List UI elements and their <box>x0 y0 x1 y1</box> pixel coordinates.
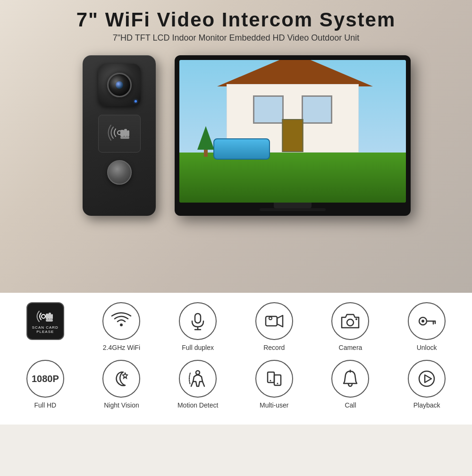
video-camera-icon <box>264 311 285 332</box>
multi-user-label: Multi-user <box>260 401 288 409</box>
1080p-text: 1080P <box>32 374 59 384</box>
moon-star-icon <box>111 368 132 389</box>
svg-rect-4 <box>120 136 129 139</box>
multi-user-icon <box>264 368 285 389</box>
svg-point-5 <box>42 314 45 318</box>
feature-multi-user: Multi-user <box>244 360 305 409</box>
full-hd-label: Full HD <box>34 401 56 409</box>
product-image-section: 7" WiFi Video Intercom System 7"HD TFT L… <box>0 0 472 293</box>
play-icon <box>416 368 437 389</box>
svg-point-18 <box>355 318 357 320</box>
led-indicator <box>135 100 137 102</box>
night-vision-label: Night Vision <box>104 401 139 409</box>
house-scene <box>179 60 406 203</box>
svg-point-10 <box>120 323 123 326</box>
motion-detect-label: Motion Detect <box>177 401 218 409</box>
wifi-icon-circle <box>102 302 140 340</box>
scan-card-text: SCAN CARD PLEASE <box>27 325 63 334</box>
record-label: Record <box>263 344 285 351</box>
features-row-2: 1080P Full HD Night Vision <box>7 360 465 409</box>
svg-marker-15 <box>277 315 283 327</box>
svg-line-26 <box>202 382 204 386</box>
feature-wifi: 2.4GHz WiFi <box>91 302 152 351</box>
feature-night-vision: Night Vision <box>91 360 152 409</box>
svg-marker-33 <box>425 375 431 382</box>
camera-label: Camera <box>339 344 362 351</box>
microphone-icon <box>187 311 208 332</box>
svg-line-25 <box>191 382 193 386</box>
svg-rect-11 <box>195 314 201 323</box>
scan-card-icon-box: SCAN CARD PLEASE <box>26 302 64 340</box>
hd-icon-circle: 1080P <box>26 360 64 398</box>
features-row-1: SCAN CARD PLEASE 2.4GHz WiFi <box>7 302 465 351</box>
svg-rect-3 <box>127 130 129 136</box>
feature-playback: Playback <box>396 360 457 409</box>
svg-rect-9 <box>46 319 53 322</box>
multi-user-icon-circle <box>255 360 293 398</box>
call-label: Call <box>345 401 356 409</box>
indoor-monitor <box>175 55 411 216</box>
feature-full-hd: 1080P Full HD <box>15 360 76 409</box>
svg-point-20 <box>421 320 424 323</box>
camera-housing <box>98 64 141 106</box>
feature-scan-card: SCAN CARD PLEASE <box>15 302 76 344</box>
svg-rect-2 <box>124 129 127 136</box>
motion-detect-icon-circle <box>179 360 217 398</box>
camera-lens <box>107 73 132 97</box>
feature-call: Call <box>320 360 381 409</box>
features-section: SCAN CARD PLEASE 2.4GHz WiFi <box>0 293 472 425</box>
outdoor-unit <box>83 55 156 216</box>
feature-camera: Camera <box>320 302 381 351</box>
card-reader-icon <box>106 122 132 145</box>
camera-icon <box>340 311 361 332</box>
wifi-icon <box>111 311 132 332</box>
monitor-screen <box>179 60 406 203</box>
key-icon <box>416 311 437 332</box>
wifi-label: 2.4GHz WiFi <box>103 344 140 351</box>
feature-motion-detect: Motion Detect <box>167 360 228 409</box>
svg-rect-6 <box>46 314 49 319</box>
feature-record: Record <box>244 302 305 351</box>
camera-icon-circle <box>331 302 369 340</box>
feature-unlock: Unlock <box>396 302 457 351</box>
title-area: 7" WiFi Video Intercom System 7"HD TFT L… <box>67 0 405 46</box>
svg-rect-7 <box>49 313 51 319</box>
unlock-label: Unlock <box>417 344 437 351</box>
main-title: 7" WiFi Video Intercom System <box>76 8 396 31</box>
night-vision-icon-circle <box>102 360 140 398</box>
playback-label: Playback <box>413 401 440 409</box>
svg-point-24 <box>196 371 200 374</box>
doorbell-button <box>107 160 132 185</box>
unlock-icon-circle <box>408 302 446 340</box>
svg-rect-1 <box>120 130 124 136</box>
bell-icon <box>340 368 361 389</box>
svg-point-16 <box>269 317 272 320</box>
playback-icon-circle <box>408 360 446 398</box>
full-duplex-label: Full duplex <box>182 344 214 351</box>
sub-title: 7"HD TFT LCD Indoor Monitor Embedded HD … <box>76 33 396 43</box>
card-reader <box>98 115 141 153</box>
microphone-icon-circle <box>179 302 217 340</box>
product-image-area <box>0 46 472 293</box>
svg-rect-8 <box>51 314 53 319</box>
person-motion-icon <box>187 368 208 389</box>
record-icon-circle <box>255 302 293 340</box>
call-icon-circle <box>331 360 369 398</box>
svg-point-17 <box>347 319 354 326</box>
feature-full-duplex: Full duplex <box>167 302 228 351</box>
